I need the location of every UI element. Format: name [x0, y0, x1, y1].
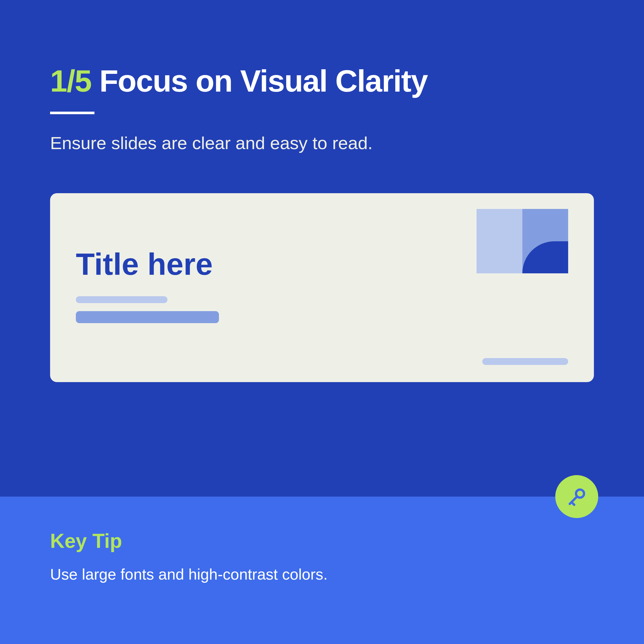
preview-placeholder-line — [76, 311, 219, 323]
slide-title: Focus on Visual Clarity — [99, 63, 427, 99]
key-icon — [566, 486, 588, 507]
preview-decoration — [477, 209, 568, 273]
preview-placeholder-line — [76, 296, 167, 303]
slide-subtitle: Ensure slides are clear and easy to read… — [50, 133, 594, 153]
slide-number: 1/5 — [50, 63, 91, 99]
key-icon-circle — [555, 475, 598, 518]
title-line: 1/5 Focus on Visual Clarity — [50, 63, 594, 99]
deco-square-light — [477, 209, 522, 273]
slide-preview: Title here — [50, 193, 594, 382]
key-tip-text: Use large fonts and high-contrast colors… — [50, 565, 594, 583]
title-underline — [50, 112, 94, 114]
preview-placeholder-line — [482, 358, 568, 365]
key-tip-label: Key Tip — [50, 530, 594, 552]
top-section: 1/5 Focus on Visual Clarity Ensure slide… — [0, 0, 644, 382]
bottom-section: Key Tip Use large fonts and high-contras… — [0, 497, 644, 644]
